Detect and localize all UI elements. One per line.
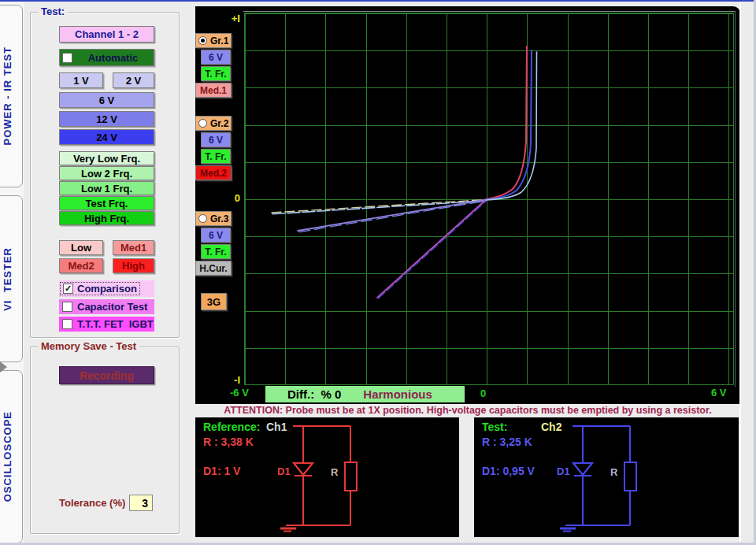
test-circuit bbox=[474, 417, 739, 537]
volt-12v-button[interactable]: 12 V bbox=[59, 111, 154, 127]
diff-label: Diff.: % 0 bbox=[287, 387, 341, 401]
volt-1v-button[interactable]: 1 V bbox=[59, 72, 103, 88]
comparison-row[interactable]: ✓ Comparison bbox=[59, 280, 154, 297]
gr3-volt-button[interactable]: 6 V bbox=[201, 228, 231, 243]
gr2-current-button[interactable]: Med.2 bbox=[195, 165, 232, 180]
scope-traces bbox=[244, 13, 734, 385]
tab-oscilloscope[interactable]: OSCILLOSCOPE bbox=[0, 370, 23, 543]
capacitor-test-checkbox[interactable] bbox=[62, 302, 72, 312]
gr3-current-button[interactable]: H.Cur. bbox=[195, 261, 232, 276]
gr1-volt-button[interactable]: 6 V bbox=[201, 50, 231, 65]
capacitor-test-label: Capacitor Test bbox=[77, 301, 147, 313]
left-tab-strip: POWER - IR TEST VI TESTER OSCILLOSCOPE bbox=[0, 2, 24, 545]
test-groupbox-title: Test: bbox=[38, 6, 68, 17]
ttt-fet-igbt-row[interactable]: T.T.T. FET IGBT bbox=[59, 317, 154, 332]
recording-button[interactable]: Recording bbox=[59, 366, 154, 384]
tab-page-right-edge bbox=[739, 3, 741, 542]
ttt-fet-igbt-checkbox[interactable] bbox=[62, 319, 72, 329]
axis-right-label: 6 V bbox=[711, 387, 727, 399]
gr1-freq-button[interactable]: T. Fr. bbox=[201, 66, 231, 81]
current-med2-button[interactable]: Med2 bbox=[59, 258, 103, 273]
trace-reverse-shallow-blue bbox=[272, 201, 486, 214]
harmonious-label: Harmonious bbox=[363, 387, 432, 401]
tab-vi-tester[interactable]: VI TESTER bbox=[0, 195, 23, 362]
volt-6v-button[interactable]: 6 V bbox=[59, 92, 154, 108]
trace-forward-light bbox=[486, 52, 537, 200]
gr1-radio-row[interactable]: Gr.1 bbox=[195, 33, 232, 48]
trace-reverse-shallow-khaki bbox=[272, 200, 486, 213]
gr3-radio-row[interactable]: Gr.3 bbox=[195, 211, 232, 226]
comparison-label: Comparison bbox=[77, 283, 137, 295]
comparison-checkbox[interactable]: ✓ bbox=[63, 284, 73, 294]
gr3-radio[interactable] bbox=[198, 214, 207, 223]
tab-oscilloscope-label: OSCILLOSCOPE bbox=[2, 411, 13, 502]
tolerance-label: Tolerance (%) bbox=[59, 497, 125, 509]
freq-low1-button[interactable]: Low 1 Frq. bbox=[59, 181, 154, 195]
active-tab-pointer bbox=[0, 361, 7, 373]
tolerance-input[interactable]: 3 bbox=[129, 495, 153, 511]
gr2-label: Gr.2 bbox=[210, 118, 228, 129]
freq-very-low-button[interactable]: Very Low Frq. bbox=[59, 151, 154, 165]
reference-circuit bbox=[195, 417, 459, 537]
gr2-volt-button[interactable]: 6 V bbox=[201, 132, 231, 147]
vi-tester-window: POWER - IR TEST VI TESTER OSCILLOSCOPE T… bbox=[0, 0, 756, 545]
automatic-label: Automatic bbox=[72, 52, 154, 64]
freq-low2-button[interactable]: Low 2 Frq. bbox=[59, 166, 154, 180]
freq-high-button[interactable]: High Frq. bbox=[59, 211, 154, 225]
gr3-label: Gr.3 bbox=[210, 213, 228, 224]
tab-vi-tester-label: VI TESTER bbox=[2, 247, 13, 311]
diff-bar: Diff.: % 0 Harmonious bbox=[265, 386, 465, 402]
current-low-button[interactable]: Low bbox=[59, 240, 103, 255]
test-panel: Test: Ch2 R : 3,25 K D1: 0,95 V D1 R bbox=[474, 417, 739, 537]
gr2-freq-button[interactable]: T. Fr. bbox=[201, 149, 231, 164]
trace-forward-blue bbox=[486, 50, 532, 200]
axis-left-label: -6 V bbox=[230, 387, 249, 399]
gr1-label: Gr.1 bbox=[210, 35, 228, 46]
attention-text: ATTENTION: Probe must be at 1X position.… bbox=[195, 405, 740, 417]
trace-reverse-mid-violet bbox=[298, 200, 486, 232]
channel-1-2-button[interactable]: Channel 1 - 2 bbox=[59, 26, 154, 43]
axis-zero-label: 0 bbox=[480, 387, 486, 399]
gr3-freq-button[interactable]: T. Fr. bbox=[201, 244, 231, 259]
3g-button[interactable]: 3G bbox=[201, 293, 227, 310]
automatic-checkbox[interactable] bbox=[62, 53, 72, 63]
memory-save-groupbox-title: Memory Save - Test bbox=[38, 340, 139, 352]
gr2-radio-row[interactable]: Gr.2 bbox=[195, 116, 232, 131]
automatic-button[interactable]: Automatic bbox=[59, 49, 154, 66]
capacitor-test-row[interactable]: Capacitor Test bbox=[59, 299, 154, 314]
scope-panel: +I 0 -I Gr.1 6 V T. Fr. Med.1 Gr.2 6 V T… bbox=[195, 6, 740, 404]
current-med1-button[interactable]: Med1 bbox=[113, 240, 154, 255]
ttt-fet-igbt-label: T.T.T. FET IGBT bbox=[77, 318, 154, 330]
gr2-radio[interactable] bbox=[198, 119, 207, 128]
trace-forward-red bbox=[486, 46, 527, 199]
volt-24v-button[interactable]: 24 V bbox=[59, 129, 154, 145]
minus-i-label: -I bbox=[223, 374, 240, 386]
volt-2v-button[interactable]: 2 V bbox=[113, 72, 154, 88]
tab-power-ir-test-label: POWER - IR TEST bbox=[2, 46, 13, 146]
tab-power-ir-test[interactable]: POWER - IR TEST bbox=[0, 5, 23, 187]
current-high-button[interactable]: High bbox=[113, 258, 154, 273]
gr1-radio[interactable] bbox=[198, 36, 207, 45]
zero-i-label: 0 bbox=[223, 192, 240, 204]
plus-i-label: +I bbox=[223, 13, 240, 24]
gr1-current-button[interactable]: Med.1 bbox=[195, 83, 232, 98]
window-top-border bbox=[0, 0, 756, 2]
reference-panel: Reference: Ch1 R : 3,38 K D1: 1 V D1 R bbox=[195, 417, 459, 537]
freq-test-button[interactable]: Test Frq. bbox=[59, 196, 154, 210]
